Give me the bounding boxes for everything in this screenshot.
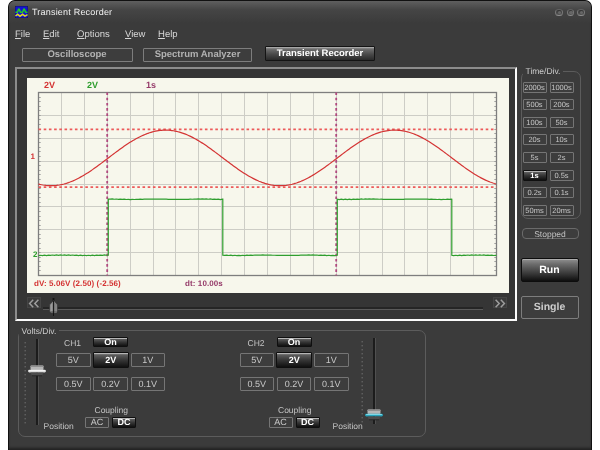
time-cursor-readout: dt: 10.00s [185,279,223,288]
scope-display-panel: 2V 2V 1s 1 2 dV: 5.06V (2.50) (-2.56) dt… [15,67,517,322]
timebase-button-0.5s[interactable]: 0.5s [550,170,574,181]
chevron-right-icon [494,299,506,308]
ch2-position-slider[interactable] [360,336,386,426]
ch2-coupling-AC[interactable]: AC [269,417,293,428]
scroll-position-handle[interactable] [48,298,60,316]
ch2-volts-0.1V[interactable]: 0.1V [314,377,349,391]
menu-options[interactable]: Options [75,27,112,41]
timebase-button-0.2s[interactable]: 0.2s [523,187,547,198]
menu-edit[interactable]: Edit [41,27,61,41]
app-icon [15,6,28,18]
ch1-label: CH1 [64,338,81,348]
tab-strip: OscilloscopeSpectrum AnalyzerTransient R… [9,41,591,65]
scroll-right-button[interactable] [493,297,507,308]
ch1-volts-2V[interactable]: 2V [93,352,129,368]
ch1-on-button[interactable]: On [93,337,128,347]
timebase-button-10s[interactable]: 10s [550,134,574,145]
timebase-button-20ms[interactable]: 20ms [550,205,574,216]
scope-plot-area: 2V 2V 1s 1 2 dV: 5.06V (2.50) (-2.56) dt… [27,78,509,293]
tab-spectrum-analyzer[interactable]: Spectrum Analyzer [143,48,252,62]
restore-button[interactable] [567,9,575,17]
timebase-button-500s[interactable]: 500s [523,99,547,110]
menu-bar: FileEditOptionsViewHelp [9,23,591,41]
ch2-on-button[interactable]: On [277,337,312,347]
voltage-cursor-readout: dV: 5.06V (2.50) (-2.56) [34,279,121,288]
ch1-volts-5V[interactable]: 5V [56,353,91,367]
ch1-scale-label: 2V [44,80,55,90]
ch1-zero-marker[interactable]: 1 [31,152,35,161]
timebase-button-2s[interactable]: 2s [550,152,574,163]
scroll-left-button[interactable] [27,297,41,308]
ch1-position-slider[interactable] [23,337,49,427]
ch2-volts-2V[interactable]: 2V [276,352,312,368]
timebase-group-label: Time/Div. [523,66,564,76]
chevron-left-icon [28,299,40,308]
menu-file[interactable]: File [13,27,32,41]
ch2-volts-0.5V[interactable]: 0.5V [240,377,275,391]
ch2-label: CH2 [248,338,265,348]
scroll-track[interactable] [43,307,483,310]
timebase-button-20s[interactable]: 20s [523,134,547,145]
single-button[interactable]: Single [521,296,579,319]
time-scale-label: 1s [146,80,156,90]
ch2-volts-5V[interactable]: 5V [240,353,275,367]
ch1-volts-0.5V[interactable]: 0.5V [56,377,91,391]
title-bar: Transient Recorder [9,1,591,23]
timebase-button-5s[interactable]: 5s [523,152,547,163]
timebase-button-0.1s[interactable]: 0.1s [550,187,574,198]
timebase-button-1000s[interactable]: 1000s [550,82,574,93]
timebase-button-50s[interactable]: 50s [550,117,574,128]
run-button[interactable]: Run [521,258,579,282]
ch2-volts-1V[interactable]: 1V [314,353,349,367]
status-stopped-button[interactable]: Stopped [522,228,579,239]
close-button[interactable] [577,9,585,17]
ch1-volts-0.1V[interactable]: 0.1V [131,377,166,391]
ch1-coupling-DC[interactable]: DC [112,417,136,428]
menu-view[interactable]: View [123,27,147,41]
app-window: Transient Recorder FileEditOptionsViewHe… [8,0,592,450]
menu-help[interactable]: Help [156,27,180,41]
ch2-coupling-label: Coupling [278,405,312,415]
ch1-coupling-label: Coupling [95,405,129,415]
timebase-button-1s[interactable]: 1s [523,170,547,181]
volts-div-group-label: Volts/Div. [19,326,60,336]
timebase-button-200s[interactable]: 200s [550,99,574,110]
ch1-volts-1V[interactable]: 1V [131,353,166,367]
ch2-volts-0.2V[interactable]: 0.2V [277,377,312,391]
window-title: Transient Recorder [32,7,112,17]
tab-oscilloscope[interactable]: Oscilloscope [22,48,133,62]
minimize-button[interactable] [555,9,563,17]
tab-transient-recorder[interactable]: Transient Recorder [265,46,375,61]
ch2-position-label: Position [333,421,363,431]
timebase-button-50ms[interactable]: 50ms [523,205,547,216]
waveform-chart [27,78,509,293]
ch1-coupling-AC[interactable]: AC [85,417,109,428]
ch2-coupling-DC[interactable]: DC [296,417,320,428]
ch2-zero-marker[interactable]: 2 [33,250,37,259]
timebase-button-2000s[interactable]: 2000s [523,82,547,93]
ch1-volts-0.2V[interactable]: 0.2V [93,377,128,391]
ch2-scale-label: 2V [87,80,98,90]
timebase-button-100s[interactable]: 100s [523,117,547,128]
